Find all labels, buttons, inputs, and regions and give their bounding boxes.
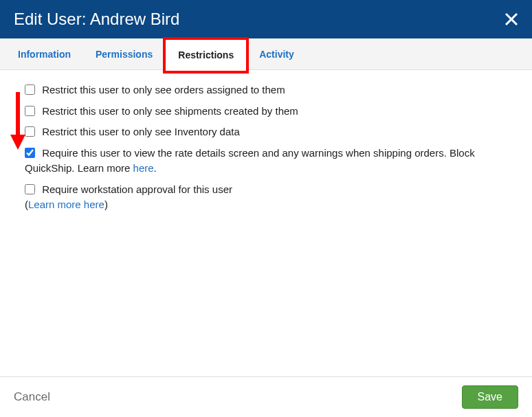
restrict-inventory-checkbox[interactable] bbox=[25, 126, 35, 137]
require-workstation-approval-row[interactable]: Require workstation approval for this us… bbox=[25, 182, 507, 198]
cancel-button[interactable]: Cancel bbox=[14, 390, 50, 404]
restrict-orders-label: Restrict this user to only see orders as… bbox=[42, 84, 285, 95]
require-workstation-approval-checkbox[interactable] bbox=[25, 184, 35, 194]
workstation-learn-more: (Learn more here) bbox=[25, 197, 507, 213]
tab-information[interactable]: Information bbox=[5, 38, 83, 69]
tab-activity[interactable]: Activity bbox=[247, 38, 307, 69]
require-rate-details-row[interactable]: Require this user to view the rate detai… bbox=[25, 146, 507, 177]
modal-footer: Cancel Save bbox=[0, 376, 532, 417]
close-icon[interactable] bbox=[505, 12, 518, 26]
restrict-orders-checkbox[interactable] bbox=[25, 84, 35, 95]
restrict-shipments-row[interactable]: Restrict this user to only see shipments… bbox=[25, 104, 507, 120]
tab-permissions[interactable]: Permissions bbox=[83, 38, 165, 69]
require-rate-details-label-suffix: . bbox=[154, 162, 157, 174]
require-workstation-approval-label: Require workstation approval for this us… bbox=[42, 183, 232, 195]
modal-title: Edit User: Andrew Bird bbox=[14, 10, 179, 29]
restrict-inventory-label: Restrict this user to only see Inventory… bbox=[42, 126, 240, 137]
save-button[interactable]: Save bbox=[462, 385, 518, 409]
tab-restrictions[interactable]: Restrictions bbox=[165, 39, 247, 70]
restrict-shipments-label: Restrict this user to only see shipments… bbox=[42, 105, 298, 117]
restrict-inventory-row[interactable]: Restrict this user to only see Inventory… bbox=[25, 124, 507, 140]
modal-header: Edit User: Andrew Bird bbox=[0, 0, 532, 38]
restrict-shipments-checkbox[interactable] bbox=[25, 106, 35, 116]
require-rate-details-label-prefix: Require this user to view the rate detai… bbox=[25, 147, 475, 174]
tabbar: Information Permissions Restrictions Act… bbox=[0, 38, 532, 70]
require-rate-details-checkbox[interactable] bbox=[25, 148, 35, 158]
restrictions-panel: Restrict this user to only see orders as… bbox=[0, 70, 532, 225]
require-rate-details-link[interactable]: here bbox=[133, 162, 154, 174]
restrict-orders-row[interactable]: Restrict this user to only see orders as… bbox=[25, 82, 507, 98]
workstation-learn-more-link[interactable]: Learn more here bbox=[28, 199, 104, 210]
